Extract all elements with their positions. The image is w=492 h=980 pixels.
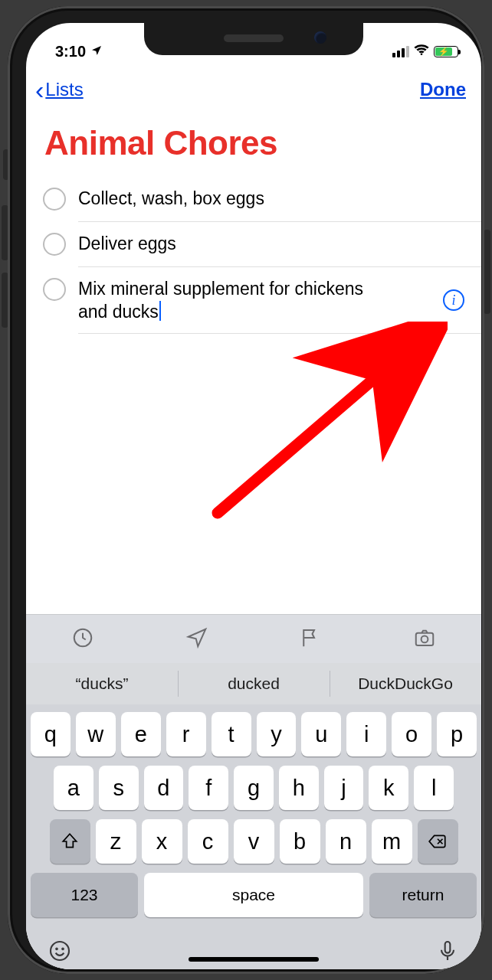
key-n[interactable]: n [326,819,366,864]
task-row[interactable]: Collect, wash, box eggs [26,176,481,221]
suggestion-3[interactable]: DuckDuckGo [330,663,481,704]
svg-point-6 [62,949,64,950]
location-icon[interactable] [185,626,208,652]
key-y[interactable]: y [257,712,297,756]
info-button[interactable]: i [443,289,464,311]
reminders-toolbar [26,614,481,663]
key-l[interactable]: l [414,766,454,810]
key-u[interactable]: u [301,712,341,756]
clock-icon[interactable] [71,626,94,652]
battery-icon: ⚡ [434,46,458,57]
text-cursor [159,301,161,321]
emoji-key[interactable] [48,939,72,966]
task-text[interactable]: Collect, wash, box eggs [78,187,264,210]
key-z[interactable]: z [96,819,136,864]
key-x[interactable]: x [142,819,182,864]
power-button [484,230,490,314]
completion-circle[interactable] [43,233,66,256]
task-text[interactable]: Deliver eggs [78,232,176,255]
home-indicator[interactable] [189,957,319,962]
key-v[interactable]: v [234,819,274,864]
svg-point-4 [51,942,69,960]
key-i[interactable]: i [346,712,386,756]
navigation-bar: ‹ Lists Done [26,66,481,113]
keyboard-bottom-row [26,931,481,969]
numbers-key[interactable]: 123 [31,873,138,917]
keyboard-suggestions: “ducks” ducked DuckDuckGo [26,663,481,704]
done-button[interactable]: Done [420,79,466,100]
flag-icon[interactable] [299,626,322,652]
key-e[interactable]: e [121,712,161,756]
backspace-key[interactable] [418,819,458,864]
key-o[interactable]: o [392,712,431,756]
camera-icon[interactable] [413,626,436,652]
task-text[interactable]: Mix mineral supplement for chickens and … [78,277,385,323]
key-t[interactable]: t [212,712,251,756]
task-row[interactable]: Deliver eggs [26,221,481,266]
status-time: 3:10 [55,43,86,60]
dictation-key[interactable] [435,939,460,966]
phone-frame: 3:10 ⚡ ‹ Lists Done Animal Chores [8,6,484,974]
key-p[interactable]: p [437,712,477,756]
back-label: Lists [45,79,83,100]
svg-rect-2 [416,632,434,645]
svg-point-5 [56,949,57,950]
key-w[interactable]: w [76,712,116,756]
completion-circle[interactable] [43,278,66,301]
key-d[interactable]: d [144,766,184,810]
back-button[interactable]: ‹ Lists [35,79,84,100]
key-g[interactable]: g [234,766,274,810]
keyboard: q w e r t y u i o p a s d f g h [26,704,481,931]
space-key[interactable]: space [144,873,363,917]
annotation-arrow [202,322,448,521]
task-row[interactable]: Mix mineral supplement for chickens and … [26,266,481,334]
key-s[interactable]: s [99,766,139,810]
svg-line-0 [218,335,425,513]
key-k[interactable]: k [369,766,408,810]
return-key[interactable]: return [369,873,477,917]
keyboard-area: “ducks” ducked DuckDuckGo q w e r t y u … [26,614,481,969]
svg-rect-7 [445,942,451,953]
svg-point-3 [421,635,428,642]
list-title: Animal Chores [44,124,277,162]
key-h[interactable]: h [279,766,319,810]
key-c[interactable]: c [188,819,228,864]
key-f[interactable]: f [189,766,228,810]
screen: 3:10 ⚡ ‹ Lists Done Animal Chores [26,23,481,969]
key-m[interactable]: m [372,819,412,864]
key-r[interactable]: r [166,712,206,756]
key-q[interactable]: q [31,712,71,756]
suggestion-1[interactable]: “ducks” [26,663,178,704]
suggestion-2[interactable]: ducked [178,663,330,704]
task-text-value: Mix mineral supplement for chickens and … [78,279,363,322]
cellular-signal-icon [392,46,409,57]
key-b[interactable]: b [280,819,320,864]
completion-circle[interactable] [43,188,66,211]
shift-key[interactable] [50,819,90,864]
location-services-icon [90,43,103,60]
key-j[interactable]: j [324,766,364,810]
key-a[interactable]: a [54,766,93,810]
wifi-icon [414,44,429,60]
task-list: Collect, wash, box eggs Deliver eggs Mix… [26,176,481,334]
notch [144,23,363,55]
